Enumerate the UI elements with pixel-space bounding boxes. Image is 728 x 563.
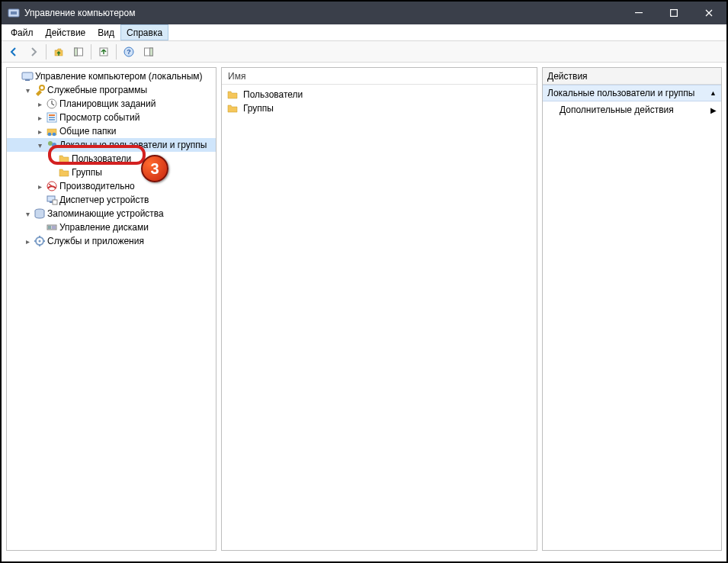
- export-list-button[interactable]: [95, 43, 113, 61]
- footer-strip: [2, 555, 726, 561]
- chevron-down-icon[interactable]: ▾: [22, 210, 33, 218]
- list-column-header[interactable]: Имя: [222, 68, 537, 85]
- list-item-label: Группы: [243, 103, 274, 114]
- svg-rect-17: [49, 114, 55, 116]
- tree-label: Группы: [71, 167, 102, 178]
- tree-label: Управление компьютером (локальным): [34, 71, 203, 82]
- tree-label: Локальные пользователи и группы: [59, 140, 207, 150]
- list-item-label: Пользователи: [243, 89, 303, 100]
- column-name: Имя: [228, 71, 245, 82]
- clock-icon: [45, 98, 59, 110]
- chevron-down-icon[interactable]: ▾: [34, 141, 45, 150]
- svg-rect-29: [53, 200, 57, 204]
- chevron-right-icon[interactable]: ▸: [22, 237, 33, 246]
- storage-icon: [33, 208, 47, 220]
- actions-section-label: Локальные пользователи и группы: [547, 88, 694, 98]
- event-viewer-icon: [45, 111, 59, 124]
- actions-more-label: Дополнительные действия: [560, 105, 674, 115]
- toolbar-separator: [91, 44, 91, 60]
- show-hide-action-pane-button[interactable]: [140, 43, 158, 61]
- chevron-right-icon: ▶: [710, 106, 717, 114]
- svg-rect-3: [671, 10, 678, 17]
- svg-rect-32: [48, 226, 51, 229]
- svg-point-35: [39, 240, 41, 243]
- tree-task-scheduler[interactable]: ▸ Планировщик заданий: [7, 97, 216, 111]
- toolbar-separator: [46, 44, 47, 60]
- tree-label: Общие папки: [59, 126, 116, 137]
- tree-groups[interactable]: Группы: [7, 166, 216, 179]
- menubar: Файл Действие Вид Справка: [2, 24, 726, 41]
- svg-rect-28: [50, 201, 53, 203]
- tree-storage[interactable]: ▾ Запоминающие устройства: [7, 207, 216, 220]
- svg-point-14: [40, 85, 44, 90]
- app-window: Управление компьютером Файл Действие Вид…: [0, 0, 728, 563]
- tools-icon: [33, 84, 47, 96]
- chevron-right-icon[interactable]: ▸: [34, 114, 45, 122]
- svg-rect-33: [52, 226, 56, 229]
- menu-help[interactable]: Справка: [120, 24, 168, 40]
- tree-performance[interactable]: ▸ Производительно: [7, 179, 216, 193]
- tree-root[interactable]: Управление компьютером (локальным): [7, 69, 216, 83]
- svg-rect-6: [75, 48, 78, 56]
- folder-icon: [226, 102, 239, 114]
- maximize-button[interactable]: [656, 2, 691, 24]
- window-title: Управление компьютером: [24, 8, 135, 18]
- tree-label: Планировщик заданий: [59, 98, 156, 109]
- tree-label: Просмотр событий: [59, 112, 140, 123]
- close-button[interactable]: [691, 2, 726, 24]
- computer-mgmt-icon: [21, 70, 34, 82]
- show-hide-tree-button[interactable]: [69, 43, 88, 61]
- svg-rect-2: [635, 12, 643, 13]
- actions-body: Локальные пользователи и группы ▲ Дополн…: [543, 85, 721, 550]
- svg-text:?: ?: [127, 48, 131, 56]
- forward-button[interactable]: [24, 43, 43, 61]
- tree-label: Производительно: [59, 181, 135, 191]
- tree-label: Пользователи: [71, 153, 131, 164]
- tree-disk-management[interactable]: Управление дисками: [7, 220, 216, 234]
- tree-users[interactable]: Пользователи: [7, 152, 216, 166]
- performance-icon: [45, 180, 59, 192]
- disk-mgmt-icon: [45, 221, 59, 233]
- chevron-down-icon[interactable]: ▾: [22, 86, 33, 95]
- svg-rect-19: [49, 119, 55, 121]
- tree-pane: Управление компьютером (локальным) ▾ Слу…: [6, 67, 216, 551]
- device-manager-icon: [45, 194, 59, 206]
- actions-section-header[interactable]: Локальные пользователи и группы ▲: [543, 85, 721, 101]
- svg-point-24: [52, 143, 56, 147]
- tree-label: Службы и приложения: [47, 236, 144, 246]
- menu-view[interactable]: Вид: [91, 24, 120, 40]
- tree-device-manager[interactable]: Диспетчер устройств: [7, 193, 216, 207]
- services-icon: [33, 235, 47, 247]
- tree-label: Служебные программы: [47, 85, 147, 95]
- help-button[interactable]: ?: [120, 43, 138, 61]
- menu-action[interactable]: Действие: [40, 24, 92, 40]
- minimize-button[interactable]: [621, 2, 656, 24]
- tree-shared-folders[interactable]: ▸ Общие папки: [7, 124, 216, 138]
- svg-point-22: [53, 133, 56, 137]
- chevron-right-icon[interactable]: ▸: [34, 182, 45, 191]
- tree-system-tools[interactable]: ▾ Служебные программы: [7, 83, 216, 97]
- list-item[interactable]: Группы: [222, 101, 537, 115]
- tree-label: Запоминающие устройства: [47, 208, 164, 219]
- svg-rect-11: [150, 48, 153, 56]
- actions-more[interactable]: Дополнительные действия ▶: [543, 101, 721, 118]
- collapse-icon[interactable]: ▲: [710, 89, 717, 97]
- tree-local-users-groups[interactable]: ▾ Локальные пользователи и группы: [7, 138, 216, 152]
- svg-rect-18: [49, 117, 55, 118]
- tree-body[interactable]: Управление компьютером (локальным) ▾ Слу…: [7, 68, 216, 550]
- list-body[interactable]: Пользователи Группы: [222, 85, 537, 550]
- tree-event-viewer[interactable]: ▸ Просмотр событий: [7, 111, 216, 124]
- content-area: Управление компьютером (локальным) ▾ Слу…: [2, 63, 726, 555]
- menu-file[interactable]: Файл: [5, 24, 40, 40]
- folder-icon: [57, 153, 71, 165]
- tree-services-apps[interactable]: ▸ Службы и приложения: [7, 234, 216, 248]
- chevron-right-icon[interactable]: ▸: [34, 100, 45, 108]
- chevron-right-icon[interactable]: ▸: [34, 127, 45, 136]
- svg-rect-12: [22, 72, 33, 79]
- list-pane: Имя Пользователи Группы: [221, 67, 537, 551]
- up-button[interactable]: [50, 43, 68, 61]
- app-icon: [8, 7, 20, 19]
- users-groups-icon: [45, 139, 59, 151]
- back-button[interactable]: [5, 43, 23, 61]
- list-item[interactable]: Пользователи: [222, 88, 537, 101]
